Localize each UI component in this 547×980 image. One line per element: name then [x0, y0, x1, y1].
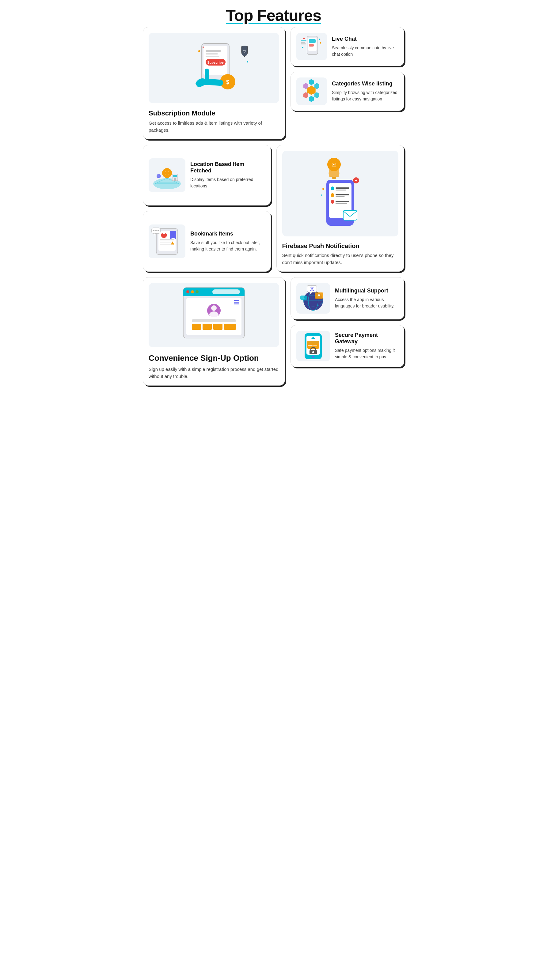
categories-text: Categories Wise listing Simplify browsin…: [332, 81, 399, 102]
live-chat-illustration: [296, 33, 327, 60]
live-chat-svg: [298, 34, 325, 60]
live-chat-title: Live Chat: [332, 36, 399, 42]
svg-rect-19: [301, 43, 306, 45]
categories-card: Categories Wise listing Simplify browsin…: [290, 72, 404, 111]
categories-illustration: [296, 78, 327, 105]
svg-point-23: [302, 47, 303, 48]
right-col-top: Live Chat Seamlessly communicate by live…: [290, 27, 404, 139]
svg-rect-111: [307, 341, 319, 344]
page-title: Top Features: [143, 6, 404, 24]
location-svg: [150, 159, 184, 191]
bookmark-svg: ★: [150, 225, 184, 258]
svg-point-65: [322, 188, 324, 190]
multilingual-illustration: 文 A ...: [296, 283, 330, 313]
svg-point-83: [196, 290, 199, 293]
svg-point-66: [321, 194, 322, 196]
live-chat-card: Live Chat Seamlessly communicate by live…: [290, 27, 404, 66]
categories-svg: [298, 78, 325, 105]
location-card: Location Based Item Fetched Display item…: [143, 145, 271, 205]
svg-rect-89: [192, 319, 236, 322]
subscription-card: Subscribe $ ▽ Subscription: [143, 27, 285, 139]
firebase-title: Firebase Push Notification: [282, 243, 399, 250]
categories-title: Categories Wise listing: [332, 81, 399, 87]
svg-text:$: $: [226, 79, 229, 85]
payment-svg: [298, 332, 329, 361]
bookmark-card: ★ Bookmark Items Save stuff you like to …: [143, 211, 271, 272]
svg-rect-16: [309, 44, 314, 46]
svg-rect-60: [336, 201, 349, 202]
svg-point-22: [320, 42, 321, 43]
svg-point-82: [191, 290, 194, 293]
svg-point-87: [211, 305, 217, 311]
svg-rect-92: [213, 324, 222, 330]
svg-rect-94: [234, 300, 239, 301]
live-chat-desc: Seamlessly communicate by live chat opti…: [332, 45, 399, 57]
payment-text: Secure Payment Gateway Safe payment opti…: [335, 332, 399, 360]
payment-desc: Safe payment options making it simple & …: [335, 347, 399, 360]
svg-text:文: 文: [310, 286, 314, 291]
bookmark-desc: Save stuff you like to check out later, …: [190, 240, 265, 252]
svg-text:...: ...: [303, 296, 305, 299]
location-illustration: [148, 158, 185, 192]
multilingual-card: 文 A ... Multilingual Support Access the …: [290, 277, 404, 320]
svg-rect-61: [336, 203, 347, 204]
svg-point-12: [247, 61, 248, 62]
payment-illustration: [296, 331, 330, 361]
multilingual-title: Multilingual Support: [335, 288, 399, 294]
svg-text:A: A: [317, 293, 321, 298]
svg-point-115: [312, 351, 314, 353]
svg-rect-91: [203, 324, 212, 330]
svg-text:Subscribe: Subscribe: [207, 60, 223, 64]
svg-marker-28: [309, 96, 314, 102]
svg-text:▽: ▽: [243, 49, 246, 54]
bookmark-text: Bookmark Items Save stuff you like to ch…: [190, 231, 265, 252]
svg-text:★: ★: [170, 240, 175, 247]
svg-rect-18: [301, 41, 305, 43]
svg-marker-24: [307, 86, 315, 95]
svg-rect-95: [234, 302, 239, 302]
svg-rect-93: [224, 324, 236, 330]
svg-point-74: [153, 230, 155, 231]
svg-rect-55: [336, 189, 346, 191]
svg-rect-57: [336, 194, 349, 196]
svg-rect-50: [332, 177, 336, 179]
svg-marker-27: [314, 92, 319, 98]
svg-point-21: [319, 38, 320, 40]
payment-title: Secure Payment Gateway: [335, 332, 399, 345]
subscription-svg: Subscribe $ ▽: [177, 34, 251, 102]
location-title: Location Based Item Fetched: [190, 161, 265, 174]
svg-point-11: [203, 46, 204, 48]
signup-card: Convenience Sign-Up Option Sign up easil…: [143, 277, 285, 385]
signup-svg: [177, 283, 251, 347]
bookmark-title: Bookmark Items: [190, 231, 265, 237]
svg-rect-4: [206, 50, 221, 52]
svg-point-88: [209, 312, 218, 318]
svg-point-53: [331, 186, 334, 190]
bookmark-illustration: ★: [148, 224, 185, 258]
svg-rect-6: [206, 56, 219, 57]
svg-rect-62: [343, 210, 357, 220]
multilingual-desc: Access the app in various languages for …: [335, 296, 399, 309]
multilingual-svg: 文 A ...: [298, 284, 329, 313]
svg-rect-17: [301, 40, 306, 41]
svg-rect-84: [212, 290, 240, 294]
svg-rect-112: [308, 345, 313, 346]
subscription-illustration: Subscribe $ ▽: [148, 33, 279, 103]
svg-point-20: [303, 37, 305, 39]
svg-rect-47: [174, 178, 176, 181]
firebase-illustration: 22: [282, 151, 399, 236]
signup-desc: Sign up easily with a simple registratio…: [148, 366, 279, 380]
svg-rect-96: [234, 304, 239, 304]
svg-point-10: [198, 50, 200, 52]
firebase-desc: Sent quick notifications directly to use…: [282, 252, 399, 266]
svg-rect-90: [192, 324, 201, 330]
subscription-title: Subscription Module: [148, 109, 279, 117]
svg-point-81: [186, 290, 190, 293]
svg-rect-15: [309, 39, 316, 43]
signup-title: Convenience Sign-Up Option: [148, 353, 279, 363]
svg-rect-58: [336, 196, 345, 197]
multilingual-text: Multilingual Support Access the app in v…: [335, 288, 399, 309]
svg-text:+: +: [355, 178, 357, 183]
svg-point-59: [331, 200, 334, 204]
svg-rect-46: [175, 175, 177, 177]
